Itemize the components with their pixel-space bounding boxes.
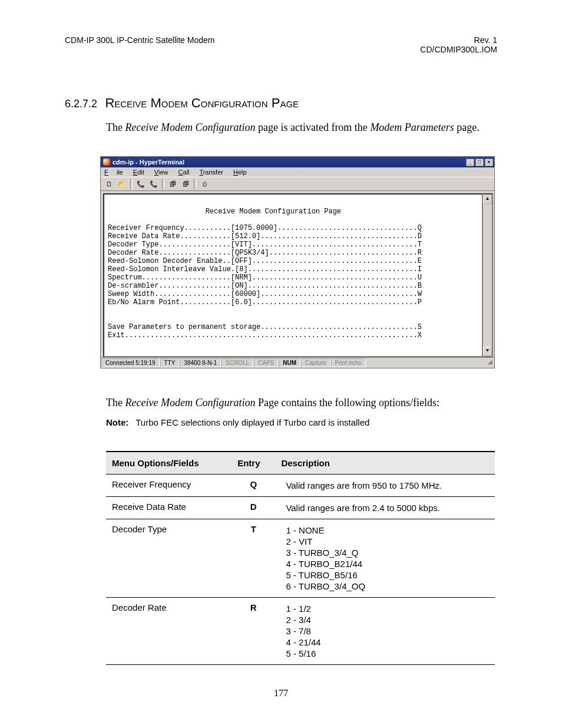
hangup-icon[interactable]: 📞 xyxy=(148,179,160,189)
window-titlebar[interactable]: cdm-ip - HyperTerminal _ □ × xyxy=(101,157,494,167)
status-bar: Connected 5:19:19 TTY 38400 8-N-1 SCROLL… xyxy=(101,357,494,368)
cell-description: 1 - NONE2 - VIT3 - TURBO_3/4_Q4 - TURBO_… xyxy=(275,519,495,598)
section-number: 6.2.7.2 xyxy=(65,98,97,110)
window-title: cdm-ip - HyperTerminal xyxy=(113,159,184,166)
col-entry: Entry xyxy=(232,452,275,475)
status-connected: Connected 5:19:19 xyxy=(101,358,160,367)
note-text: Turbo FEC selections only diplayed if Tu… xyxy=(135,417,369,427)
cell-description: Valid ranges are from 2.4 to 5000 kbps. xyxy=(275,497,495,519)
cell-entry: D xyxy=(232,497,275,519)
table-row: Receiver FrequencyQValid ranges are from… xyxy=(106,475,495,497)
table-row: Decoder TypeT1 - NONE2 - VIT3 - TURBO_3/… xyxy=(106,519,495,598)
menu-edit[interactable]: Edit xyxy=(133,169,144,176)
body-paragraph: The Receive Modem Configuration Page con… xyxy=(106,397,497,409)
col-description: Description xyxy=(275,452,495,475)
scroll-up-icon[interactable]: ▲ xyxy=(483,195,492,204)
toolbar: 🗋 📂 📞 📞 🗐 🗐 ⎙ xyxy=(101,177,494,191)
hyperterminal-window: cdm-ip - HyperTerminal _ □ × File Edit V… xyxy=(100,156,495,368)
terminal-output: Receive Modem Configuration Page Receive… xyxy=(103,193,483,357)
cell-entry: R xyxy=(232,598,275,665)
status-caps: CAPS xyxy=(254,358,278,367)
minimize-button[interactable]: _ xyxy=(466,159,474,166)
status-tty: TTY xyxy=(160,358,180,367)
app-icon xyxy=(103,159,110,166)
cell-entry: T xyxy=(232,519,275,598)
doc-header-right: Rev. 1 CD/CDMIP300L.IOM xyxy=(420,35,497,54)
cell-option: Decoder Rate xyxy=(106,598,232,665)
cell-option: Decoder Type xyxy=(106,519,232,598)
table-row: Receive Data RateDValid ranges are from … xyxy=(106,497,495,519)
status-echo: Print echo xyxy=(331,358,366,367)
resize-grip-icon[interactable]: ◢ xyxy=(484,358,494,367)
open-icon[interactable]: 📂 xyxy=(116,179,128,189)
menu-transfer[interactable]: Transfer xyxy=(199,169,223,176)
scroll-down-icon[interactable]: ▼ xyxy=(483,347,492,356)
cell-entry: Q xyxy=(232,475,275,497)
section-title: Receive Modem Configuration Page xyxy=(105,95,299,110)
menu-help[interactable]: Help xyxy=(233,169,247,176)
doc-header-left: CDM-IP 300L IP-Centric Satellite Modem xyxy=(65,35,214,54)
cell-description: 1 - 1/22 - 3/43 - 7/84 - 21/445 - 5/16 xyxy=(275,598,495,665)
toolbar-separator xyxy=(194,179,196,189)
cell-description: Valid ranges are from 950 to 1750 MHz. xyxy=(275,475,495,497)
cell-option: Receiver Frequency xyxy=(106,475,232,497)
table-row: Decoder RateR1 - 1/22 - 3/43 - 7/84 - 21… xyxy=(106,598,495,665)
receive-icon[interactable]: 🗐 xyxy=(180,179,191,189)
maximize-button[interactable]: □ xyxy=(475,159,484,166)
menu-call[interactable]: Call xyxy=(178,169,190,176)
menu-bar: File Edit View Call Transfer Help xyxy=(101,167,494,177)
section-intro: The Receive Modem Configuration page is … xyxy=(106,121,497,134)
toolbar-separator xyxy=(130,179,133,189)
cell-option: Receive Data Rate xyxy=(106,497,232,519)
status-num: NUM xyxy=(279,358,300,367)
note-label: Note: xyxy=(106,417,128,427)
options-table: Menu Options/Fields Entry Description Re… xyxy=(106,451,495,665)
page-number: 177 xyxy=(0,688,562,699)
col-menu-options: Menu Options/Fields xyxy=(106,452,232,475)
close-button[interactable]: × xyxy=(485,159,493,166)
scrollbar-vertical[interactable]: ▲ ▼ xyxy=(483,193,493,357)
status-capture: Capture xyxy=(301,358,330,367)
status-baud: 38400 8-N-1 xyxy=(180,358,221,367)
properties-icon[interactable]: ⎙ xyxy=(199,179,210,189)
call-icon[interactable]: 📞 xyxy=(135,179,147,189)
section-heading: 6.2.7.2 Receive Modem Configuration Page xyxy=(65,95,497,111)
status-scroll: SCROLL xyxy=(222,358,253,367)
new-icon[interactable]: 🗋 xyxy=(103,179,115,189)
menu-view[interactable]: View xyxy=(154,169,168,176)
toolbar-separator xyxy=(162,179,164,189)
doc-header: CDM-IP 300L IP-Centric Satellite Modem R… xyxy=(65,35,497,54)
note: Note: Turbo FEC selections only diplayed… xyxy=(106,417,497,427)
menu-file[interactable]: File xyxy=(104,169,123,176)
send-icon[interactable]: 🗐 xyxy=(167,179,178,189)
